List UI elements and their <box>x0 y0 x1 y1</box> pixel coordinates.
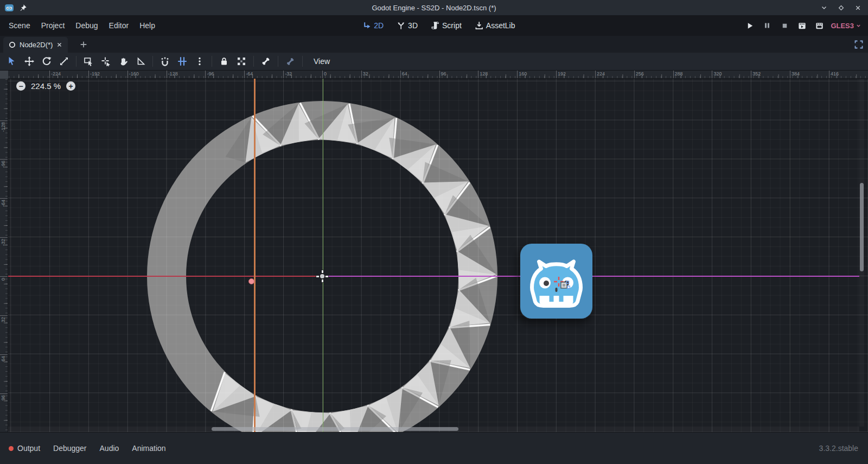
ruler-tick <box>0 393 8 394</box>
scale-tool-button[interactable] <box>59 56 69 67</box>
skeleton-icon <box>285 56 295 66</box>
ruler-tick <box>595 71 596 78</box>
menu-debug[interactable]: Debug <box>70 18 103 33</box>
select-tool-button[interactable] <box>7 56 17 67</box>
move-icon <box>24 56 34 66</box>
menu-editor[interactable]: Editor <box>104 18 135 33</box>
new-scene-tab-button[interactable] <box>79 40 88 49</box>
ruler-tool-button[interactable] <box>135 56 146 67</box>
3d-icon <box>397 21 405 30</box>
pivot-tool-button[interactable] <box>100 56 111 67</box>
menu-project[interactable]: Project <box>36 18 71 33</box>
ruler-tick <box>283 71 284 78</box>
play-custom-scene-button[interactable] <box>813 20 825 31</box>
group-object-button[interactable] <box>236 56 247 67</box>
bottom-tab-output[interactable]: Output <box>0 440 47 457</box>
vertical-scrollbar-thumb[interactable] <box>860 183 864 271</box>
toolbar-separator <box>212 56 212 67</box>
window-maximize-button[interactable] <box>836 3 846 12</box>
bone-button[interactable] <box>260 56 271 67</box>
ruler-tick <box>0 120 8 121</box>
menu-help[interactable]: Help <box>134 18 161 33</box>
ruler-tick <box>361 71 362 78</box>
bone-icon <box>261 56 271 66</box>
ruler-label: 128 <box>480 71 488 77</box>
zoom-out-button[interactable]: − <box>16 81 25 91</box>
ruler-tick <box>205 71 206 78</box>
play-button[interactable] <box>744 20 756 31</box>
toolbar-separator <box>302 56 303 67</box>
zoom-in-button[interactable]: + <box>66 81 75 91</box>
scene-tab-label: Node2D(*) <box>20 41 53 49</box>
list-select-tool-button[interactable] <box>83 56 94 67</box>
bottom-tab-debugger[interactable]: Debugger <box>47 440 93 457</box>
godot-editor-window: Godot Engine - SS2D - Node2D.tscn (*) <box>0 0 868 464</box>
pan-tool-button[interactable] <box>118 56 129 67</box>
rotate-icon <box>42 56 52 66</box>
ruler-tick <box>517 71 518 78</box>
window-title: Godot Engine - SS2D - Node2D.tscn (*) <box>0 4 868 12</box>
toolbar-separator <box>152 56 153 67</box>
version-label: 3.3.2.stable <box>819 444 858 453</box>
workspace-script-button[interactable]: Script <box>427 19 465 32</box>
pause-button[interactable] <box>761 20 773 31</box>
bottom-tab-audio[interactable]: Audio <box>93 440 126 457</box>
tab-close-icon[interactable] <box>56 42 62 48</box>
ruler-tick <box>673 71 674 78</box>
skeleton-options-button[interactable] <box>285 56 296 67</box>
window-minimize-button[interactable] <box>819 3 829 12</box>
play-scene-button[interactable] <box>796 20 808 31</box>
horizontal-ruler: -224-192-160-128-96-64-32032649612816019… <box>8 71 868 79</box>
ruler-label: 416 <box>831 71 839 77</box>
ruler-tick <box>0 276 8 277</box>
shape-control-point[interactable] <box>248 278 254 284</box>
assetlib-download-icon <box>475 21 483 30</box>
2d-icon <box>362 21 371 30</box>
workspace-assetlib-button[interactable]: AssetLib <box>471 19 519 32</box>
ruler-tick <box>49 71 50 78</box>
distraction-free-icon[interactable] <box>854 40 864 49</box>
stop-button[interactable] <box>778 20 790 31</box>
ruler-label: 96 <box>1 395 6 401</box>
ruler-label: -32 <box>285 71 292 77</box>
menu-scene[interactable]: Scene <box>3 18 36 33</box>
smart-snap-button[interactable] <box>159 56 170 67</box>
move-tool-button[interactable] <box>24 56 35 67</box>
horizontal-scrollbar-thumb[interactable] <box>212 427 458 431</box>
lock-object-button[interactable] <box>219 56 229 67</box>
workspace-2d-button[interactable]: 2D <box>359 19 387 32</box>
ruler-label: 288 <box>675 71 683 77</box>
output-alert-dot <box>9 446 14 451</box>
snap-options-button[interactable] <box>194 56 205 67</box>
view-menu[interactable]: View <box>309 57 334 66</box>
pin-icon[interactable] <box>19 4 27 12</box>
ruler-label: 0 <box>1 278 6 281</box>
toolbar-separator <box>253 56 254 67</box>
window-close-button[interactable] <box>853 3 863 12</box>
ruler-label: -32 <box>1 239 6 246</box>
ruler-label: -160 <box>129 71 139 77</box>
title-bar: Godot Engine - SS2D - Node2D.tscn (*) <box>0 0 868 15</box>
vertical-ruler: -128-96-64-320326496128 <box>0 79 8 432</box>
zoom-percent-label[interactable]: 224.5 % <box>31 81 61 91</box>
ruler-tick <box>556 71 557 78</box>
ruler-tick <box>0 198 8 199</box>
ruler-label: -192 <box>90 71 100 77</box>
ruler-label: 224 <box>597 71 605 77</box>
renderer-select[interactable]: GLES3 <box>831 22 861 30</box>
workspace-3d-button[interactable]: 3D <box>393 19 422 32</box>
ss2d-ring-shape[interactable] <box>0 71 868 432</box>
ruler-label: 64 <box>1 356 6 361</box>
scale-icon <box>59 56 69 66</box>
grid-snap-button[interactable] <box>177 56 188 67</box>
scene-tab-node2d[interactable]: Node2D(*) <box>3 37 68 53</box>
canvas-viewport[interactable]: -224-192-160-128-96-64-32032649612816019… <box>0 71 868 432</box>
three-dots-vertical-icon <box>195 56 205 66</box>
ruler-label: 256 <box>636 71 644 77</box>
rotate-tool-button[interactable] <box>41 56 52 67</box>
script-icon <box>431 21 439 30</box>
ruler-tick <box>0 237 8 238</box>
bottom-tab-animation[interactable]: Animation <box>125 440 172 457</box>
ruler-tick <box>439 71 440 78</box>
ruler-icon <box>136 56 145 66</box>
